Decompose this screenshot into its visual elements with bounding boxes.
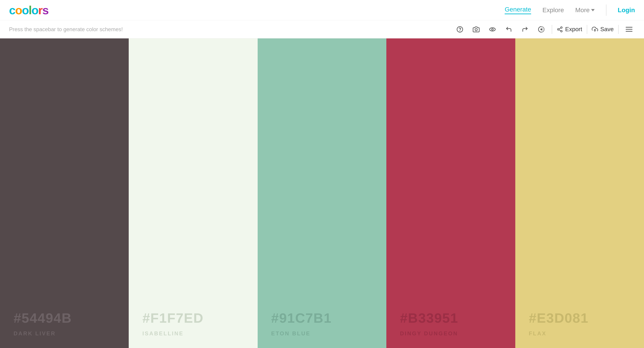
toolbar-divider-3 [618,25,619,34]
nav-more-label: More [575,6,590,14]
menu-bar-3 [626,31,632,32]
color-swatch-4[interactable]: #B33951 DINGY DUNGEON [386,38,515,348]
color-swatch-3[interactable]: #91C7B1 ETON BLUE [258,38,386,348]
svg-line-11 [559,28,561,29]
export-button[interactable]: Export [557,26,582,33]
svg-line-10 [559,29,561,31]
toolbar-divider-2 [587,25,587,34]
color-swatch-2[interactable]: #F1F7ED ISABELLINE [129,38,258,348]
color-hex-4: #B33951 [400,310,502,326]
color-swatch-1[interactable]: #54494B DARK LIVER [0,38,129,348]
upload-icon [592,26,598,32]
color-name-3: ETON BLUE [271,330,373,337]
svg-point-9 [560,30,562,32]
nav-explore[interactable]: Explore [542,6,564,14]
login-button[interactable]: Login [618,6,635,14]
toolbar: Press the spacebar to generate color sch… [0,20,644,38]
redo-icon [522,26,528,33]
menu-bar-2 [626,29,632,29]
camera-button[interactable] [470,23,482,35]
save-label: Save [600,26,614,33]
camera-icon [473,26,480,33]
nav-divider [606,4,606,16]
color-name-4: DINGY DUNGEON [400,330,502,337]
color-name-2: ISABELLINE [142,330,244,337]
nav-more[interactable]: More [575,6,595,14]
save-button[interactable]: Save [592,26,614,33]
redo-button[interactable] [519,23,531,35]
help-button[interactable] [454,23,466,35]
header: coolors Generate Explore More Login [0,0,644,20]
color-hex-5: #E3D081 [529,310,630,326]
color-hex-1: #54494B [14,310,115,326]
chevron-down-icon [591,9,595,11]
svg-point-2 [475,28,477,31]
export-label: Export [565,26,582,33]
toolbar-hint: Press the spacebar to generate color sch… [9,26,447,32]
help-icon [456,26,463,33]
color-palette: #54494B DARK LIVER #F1F7ED ISABELLINE #9… [0,38,644,348]
color-name-5: FLAX [529,330,630,337]
eye-icon [489,26,496,33]
color-wheel-icon [538,26,545,33]
color-name-1: DARK LIVER [14,330,115,337]
nav-generate[interactable]: Generate [505,6,531,14]
menu-bar-1 [626,27,632,27]
menu-button[interactable] [623,23,635,35]
color-wheel-button[interactable] [536,23,547,35]
share-icon [557,26,563,32]
toolbar-icons: Export Save [454,23,635,35]
svg-point-3 [490,27,495,31]
undo-icon [505,26,512,33]
color-hex-3: #91C7B1 [271,310,373,326]
svg-point-7 [560,27,562,28]
svg-point-8 [557,28,559,30]
color-hex-2: #F1F7ED [142,310,244,326]
svg-point-6 [540,28,542,30]
nav-right: Generate Explore More Login [505,4,635,16]
undo-button[interactable] [503,23,514,35]
toolbar-divider-1 [552,25,552,34]
svg-point-4 [492,28,493,30]
color-swatch-5[interactable]: #E3D081 FLAX [515,38,644,348]
logo[interactable]: coolors [9,3,48,17]
view-button[interactable] [486,23,498,35]
